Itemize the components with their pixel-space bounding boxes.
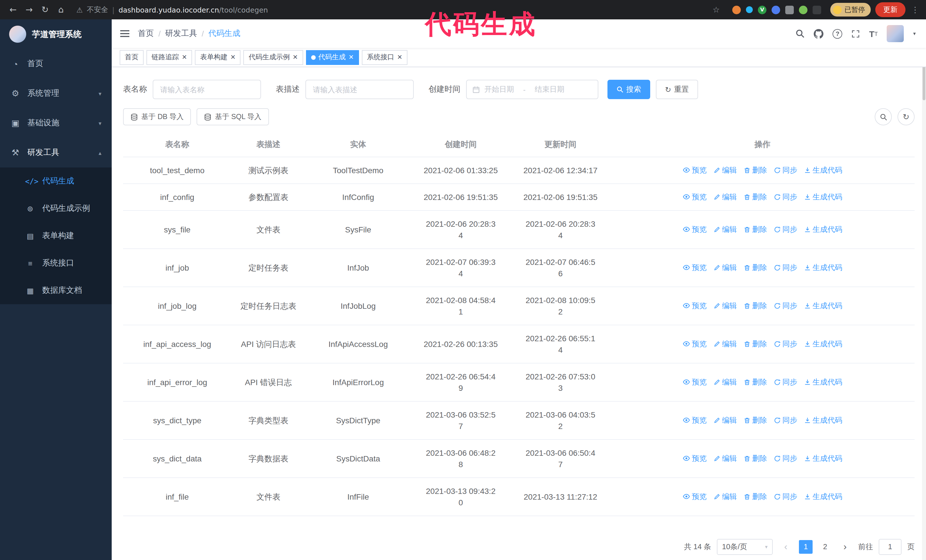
prev-page-button[interactable]: ‹ <box>778 539 793 554</box>
preview-link[interactable]: 预览 <box>683 223 707 235</box>
import-db-button[interactable]: 基于 DB 导入 <box>123 108 191 125</box>
page-size-select[interactable]: 10条/页 ▾ <box>717 539 773 555</box>
sync-link[interactable]: 同步 <box>774 262 797 273</box>
breadcrumb-home[interactable]: 首页 <box>138 29 154 39</box>
preview-link[interactable]: 预览 <box>683 338 707 350</box>
user-avatar[interactable] <box>887 25 904 42</box>
font-size-icon[interactable]: TT <box>869 29 878 38</box>
table-desc-input[interactable] <box>306 80 414 99</box>
sync-link[interactable]: 同步 <box>774 376 797 388</box>
sidebar-item-codegen[interactable]: </> 代码生成 <box>0 168 112 195</box>
extension-icon-6[interactable] <box>799 5 808 14</box>
goto-page-input[interactable] <box>879 539 902 555</box>
delete-link[interactable]: 删除 <box>744 338 767 350</box>
delete-link[interactable]: 删除 <box>744 223 767 235</box>
delete-link[interactable]: 删除 <box>744 300 767 311</box>
delete-link[interactable]: 删除 <box>744 453 767 464</box>
breadcrumb-dev-tools[interactable]: 研发工具 <box>165 29 197 39</box>
tab-system-api[interactable]: 系统接口 ✕ <box>362 50 407 65</box>
sidebar-item-form-builder[interactable]: ▤ 表单构建 <box>0 222 112 249</box>
close-icon[interactable]: ✕ <box>182 54 187 61</box>
preview-link[interactable]: 预览 <box>683 191 707 202</box>
generate-code-link[interactable]: 生成代码 <box>804 165 842 176</box>
preview-link[interactable]: 预览 <box>683 491 707 502</box>
tab-form-builder[interactable]: 表单构建 ✕ <box>195 50 241 65</box>
extension-icon-7[interactable] <box>813 5 821 14</box>
forward-icon[interactable]: → <box>22 2 36 17</box>
address-bar[interactable]: ⚠ 不安全 | dashboard.yudao.iocoder.cn /tool… <box>70 5 726 15</box>
extension-icon-4[interactable] <box>772 5 780 14</box>
sync-link[interactable]: 同步 <box>774 191 797 202</box>
sidebar-item-db-doc[interactable]: ▦ 数据库文档 <box>0 277 112 304</box>
sync-link[interactable]: 同步 <box>774 453 797 464</box>
bookmark-star-icon[interactable]: ☆ <box>713 5 720 14</box>
delete-link[interactable]: 删除 <box>744 262 767 273</box>
edit-link[interactable]: 编辑 <box>713 376 737 388</box>
sidebar-item-home[interactable]: ◔ 首页 <box>0 49 112 78</box>
edit-link[interactable]: 编辑 <box>713 165 737 176</box>
edit-link[interactable]: 编辑 <box>713 300 737 311</box>
back-icon[interactable]: ← <box>6 2 21 17</box>
close-icon[interactable]: ✕ <box>293 54 298 61</box>
refresh-button[interactable]: ↻ <box>897 108 915 125</box>
edit-link[interactable]: 编辑 <box>713 491 737 502</box>
generate-code-link[interactable]: 生成代码 <box>804 223 842 235</box>
github-icon[interactable] <box>814 29 823 38</box>
extension-icon-3[interactable]: V <box>758 5 766 14</box>
preview-link[interactable]: 预览 <box>683 262 707 273</box>
page-number-2[interactable]: 2 <box>818 540 832 554</box>
sync-link[interactable]: 同步 <box>774 338 797 350</box>
sync-link[interactable]: 同步 <box>774 491 797 502</box>
delete-link[interactable]: 删除 <box>744 376 767 388</box>
generate-code-link[interactable]: 生成代码 <box>804 262 842 273</box>
sidebar-logo[interactable]: 芋道管理系统 <box>0 20 112 49</box>
extension-icon-5[interactable] <box>785 5 794 14</box>
browser-update-button[interactable]: 更新 <box>875 2 905 17</box>
edit-link[interactable]: 编辑 <box>713 414 737 426</box>
preview-link[interactable]: 预览 <box>683 453 707 464</box>
close-icon[interactable]: ✕ <box>397 54 402 61</box>
edit-link[interactable]: 编辑 <box>713 191 737 202</box>
sync-link[interactable]: 同步 <box>774 414 797 426</box>
reload-icon[interactable]: ↻ <box>38 2 53 17</box>
generate-code-link[interactable]: 生成代码 <box>804 414 842 426</box>
close-icon[interactable]: ✕ <box>230 54 235 61</box>
edit-link[interactable]: 编辑 <box>713 453 737 464</box>
search-button[interactable]: 搜索 <box>607 80 650 99</box>
preview-link[interactable]: 预览 <box>683 165 707 176</box>
edit-link[interactable]: 编辑 <box>713 223 737 235</box>
delete-link[interactable]: 删除 <box>744 191 767 202</box>
page-number-1[interactable]: 1 <box>799 540 813 554</box>
reset-button[interactable]: ↻ 重置 <box>656 80 698 99</box>
fullscreen-icon[interactable] <box>851 29 860 38</box>
profile-paused-badge[interactable]: 已暂停 <box>830 3 871 17</box>
preview-link[interactable]: 预览 <box>683 300 707 311</box>
generate-code-link[interactable]: 生成代码 <box>804 453 842 464</box>
generate-code-link[interactable]: 生成代码 <box>804 338 842 350</box>
delete-link[interactable]: 删除 <box>744 165 767 176</box>
hamburger-icon[interactable] <box>112 20 138 48</box>
date-range-picker[interactable]: 开始日期 - 结束日期 <box>466 80 598 99</box>
edit-link[interactable]: 编辑 <box>713 262 737 273</box>
import-sql-button[interactable]: 基于 SQL 导入 <box>197 108 269 125</box>
browser-menu-icon[interactable]: ⋮ <box>911 5 919 14</box>
tab-tracing[interactable]: 链路追踪 ✕ <box>147 50 192 65</box>
generate-code-link[interactable]: 生成代码 <box>804 491 842 502</box>
delete-link[interactable]: 删除 <box>744 491 767 502</box>
home-icon[interactable]: ⌂ <box>54 2 68 17</box>
sidebar-item-codegen-example[interactable]: ⊚ 代码生成示例 <box>0 195 112 222</box>
edit-link[interactable]: 编辑 <box>713 338 737 350</box>
sidebar-item-system-management[interactable]: ⚙ 系统管理 ▾ <box>0 78 112 108</box>
sync-link[interactable]: 同步 <box>774 300 797 311</box>
extension-icon-1[interactable] <box>732 5 741 14</box>
avatar-caret-icon[interactable]: ▾ <box>913 31 916 36</box>
sync-link[interactable]: 同步 <box>774 223 797 235</box>
next-page-button[interactable]: › <box>838 539 852 554</box>
search-toggle-button[interactable] <box>875 108 892 125</box>
sidebar-item-system-api[interactable]: ≡ 系统接口 <box>0 249 112 277</box>
sidebar-item-infrastructure[interactable]: ▣ 基础设施 ▾ <box>0 108 112 138</box>
sync-link[interactable]: 同步 <box>774 165 797 176</box>
preview-link[interactable]: 预览 <box>683 414 707 426</box>
generate-code-link[interactable]: 生成代码 <box>804 376 842 388</box>
sidebar-item-dev-tools[interactable]: ⚒ 研发工具 ▴ <box>0 138 112 168</box>
